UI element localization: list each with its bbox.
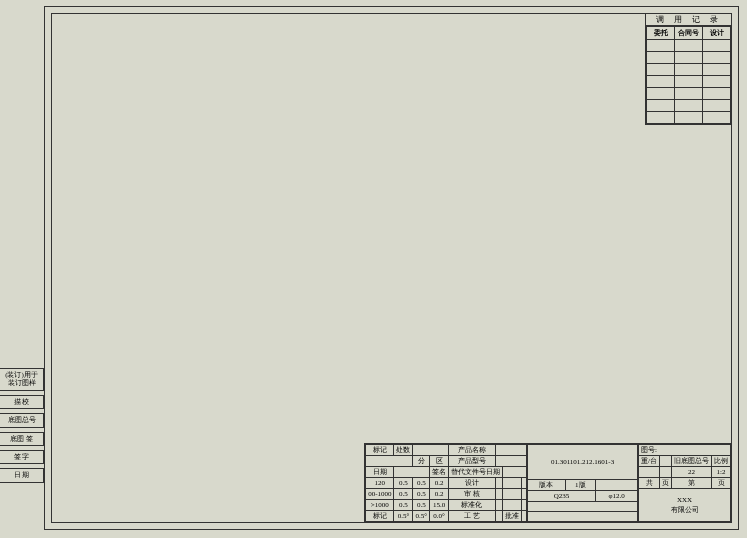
tb-cell: 0.5 xyxy=(413,489,430,500)
usage-cell xyxy=(675,64,703,76)
usage-cell xyxy=(675,40,703,52)
tb-cell: 22 xyxy=(672,467,712,478)
tb-cell: 120 xyxy=(366,478,394,489)
tb-cell: 0.2 xyxy=(430,489,449,500)
usage-cell xyxy=(647,52,675,64)
usage-cell xyxy=(703,88,731,100)
tb-cell xyxy=(522,500,527,511)
tb-cell: 设计 xyxy=(449,478,496,489)
usage-cell xyxy=(647,112,675,124)
tb-cell xyxy=(366,456,413,467)
tb-cell: 00-1000 xyxy=(366,489,394,500)
tb-cell xyxy=(528,502,638,512)
tb-cell: 0.5 xyxy=(394,478,413,489)
tb-cell xyxy=(413,445,449,456)
tb-cell: 图号: xyxy=(639,445,731,456)
tb-cell: 工 艺 xyxy=(449,511,496,522)
drawing-frame-inner: 调 用 记 录 委托 合同号 设计 标记 处数 xyxy=(51,13,732,523)
tb-cell: 替代文件号日期 xyxy=(449,467,503,478)
title-block: 标记 处数 产品名称 分 区 产品型号 日期 签名 替代文 xyxy=(364,443,731,522)
company-name: XXX 有限公司 xyxy=(639,489,731,522)
usage-cell xyxy=(647,88,675,100)
title-block-left: 标记 处数 产品名称 分 区 产品型号 日期 签名 替代文 xyxy=(365,444,527,522)
company-line1: XXX xyxy=(641,495,728,505)
usage-cell xyxy=(647,40,675,52)
tb-cell xyxy=(495,456,526,467)
usage-cell xyxy=(675,112,703,124)
tb-cell: 0.5 xyxy=(394,489,413,500)
tb-cell: 重/台 xyxy=(639,456,660,467)
tb-cell: 共 xyxy=(639,478,660,489)
tb-cell: 标记 xyxy=(366,445,394,456)
tb-cell: 0.0° xyxy=(430,511,449,522)
tb-cell xyxy=(495,500,502,511)
tb-cell: 1版 xyxy=(565,480,596,491)
left-label: 底图总号 xyxy=(0,413,44,427)
tb-cell xyxy=(522,489,527,500)
usage-record-block: 调 用 记 录 委托 合同号 设计 xyxy=(645,14,731,125)
tb-cell: 标准化 xyxy=(449,500,496,511)
tb-cell: 15.0 xyxy=(430,500,449,511)
tb-cell: 版本 xyxy=(528,480,565,491)
tb-cell: 0.5° xyxy=(413,511,430,522)
left-label: 签 字 xyxy=(0,450,44,464)
tb-cell: >1000 xyxy=(366,500,394,511)
tb-cell: 旧底图总号 xyxy=(672,456,712,467)
tb-cell: 审 核 xyxy=(449,489,496,500)
tb-cell: 批准 xyxy=(503,511,522,522)
usage-cell xyxy=(703,76,731,88)
tb-cell: 签名 xyxy=(430,467,449,478)
tb-cell xyxy=(503,489,522,500)
tb-cell: 标记 xyxy=(366,511,394,522)
tb-cell: 0.5 xyxy=(413,500,430,511)
tb-cell xyxy=(503,467,527,478)
tb-cell: 0.5 xyxy=(394,500,413,511)
tb-cell: 1:2 xyxy=(712,467,731,478)
usage-cell xyxy=(647,64,675,76)
tb-cell: Q235 xyxy=(528,491,596,502)
left-label: 日 期 xyxy=(0,468,44,482)
tb-cell: 产品名称 xyxy=(449,445,496,456)
left-label: 描 校 xyxy=(0,395,44,409)
usage-header: 委托 xyxy=(647,27,675,40)
tb-cell xyxy=(660,467,672,478)
title-block-mid: 01.301101.212.1601-3 版本 1版 Q235 φ12.0 xyxy=(527,444,638,522)
tb-cell: 日期 xyxy=(366,467,394,478)
usage-cell xyxy=(703,112,731,124)
left-label: 底图 签 xyxy=(0,432,44,446)
usage-cell xyxy=(703,64,731,76)
usage-cell xyxy=(703,40,731,52)
tb-cell xyxy=(596,480,638,491)
tb-cell: 页 xyxy=(712,478,731,489)
tb-cell xyxy=(522,511,527,522)
usage-cell xyxy=(703,52,731,64)
usage-cell xyxy=(703,100,731,112)
tb-cell: 0.5 xyxy=(413,478,430,489)
usage-cell xyxy=(675,88,703,100)
tb-cell xyxy=(495,478,502,489)
left-margin-labels: (装订)用于装订图样 描 校 底图总号 底图 签 签 字 日 期 xyxy=(0,368,44,487)
usage-cell xyxy=(675,52,703,64)
tb-cell xyxy=(660,456,672,467)
company-line2: 有限公司 xyxy=(641,505,728,515)
tb-cell: 0.2 xyxy=(430,478,449,489)
tb-cell: 第 xyxy=(672,478,712,489)
usage-header: 设计 xyxy=(703,27,731,40)
tb-cell: 区 xyxy=(430,456,449,467)
tb-cell xyxy=(528,512,638,522)
drawing-frame-outer: 调 用 记 录 委托 合同号 设计 标记 处数 xyxy=(44,6,739,530)
tb-cell xyxy=(639,467,660,478)
tb-cell: 分 xyxy=(413,456,430,467)
tb-cell: 0.5° xyxy=(394,511,413,522)
tb-cell xyxy=(522,478,527,489)
tb-cell xyxy=(495,445,526,456)
usage-cell xyxy=(675,100,703,112)
title-block-right: 图号: 重/台 旧底图总号 比例 22 1:2 共 页 第 xyxy=(638,444,731,522)
usage-cell xyxy=(647,100,675,112)
drawing-number: 01.301101.212.1601-3 xyxy=(528,445,638,480)
tb-cell: 页 xyxy=(660,478,672,489)
tb-cell xyxy=(394,467,430,478)
tb-cell: 比例 xyxy=(712,456,731,467)
tb-cell: 产品型号 xyxy=(449,456,496,467)
usage-cell xyxy=(647,76,675,88)
